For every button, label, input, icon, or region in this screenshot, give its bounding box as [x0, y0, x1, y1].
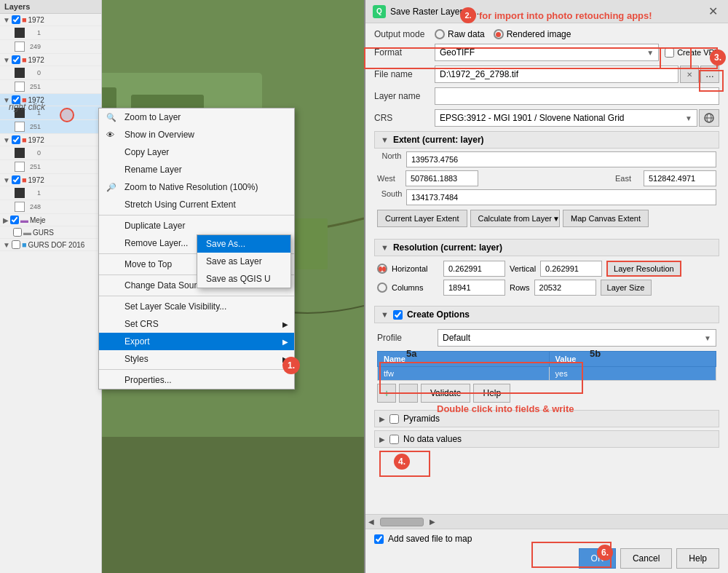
menu-item-set-crs[interactable]: Set CRS ▶ — [99, 315, 294, 333]
list-item[interactable]: 248 — [0, 200, 101, 214]
menu-item-show-overview[interactable]: 👁 Show in Overview — [99, 126, 294, 143]
expand-icon[interactable]: ▼ — [3, 16, 10, 24]
menu-item-zoom-to-layer[interactable]: 🔍 Zoom to Layer — [99, 108, 294, 126]
layer-checkbox[interactable] — [10, 216, 19, 224]
list-item[interactable]: 251 — [0, 80, 101, 94]
list-item[interactable]: 1 — [0, 186, 101, 200]
layer-checkbox[interactable] — [12, 240, 20, 249]
menu-item-export[interactable]: Export ▶ — [99, 333, 294, 350]
expand-icon[interactable]: ▼ — [3, 241, 10, 249]
step1-annotation: 1. — [282, 357, 300, 374]
menu-item-styles[interactable]: Styles ▶ — [99, 350, 294, 368]
layer-resolution-btn[interactable]: Layer Resolution — [606, 261, 681, 277]
layer-checkbox[interactable] — [12, 55, 20, 64]
profile-dropdown-arrow: ▼ — [704, 334, 711, 342]
add-option-btn[interactable]: + — [377, 384, 396, 403]
calculate-btn-container: Calculate from Layer ▼ — [470, 210, 561, 227]
submenu-item-save-as[interactable]: Save As... — [197, 235, 290, 253]
horiz-input[interactable] — [443, 261, 505, 277]
option-value-cell[interactable]: yes — [549, 367, 716, 381]
layer-checkbox[interactable] — [13, 228, 22, 237]
current-layer-extent-btn[interactable]: Current Layer Extent — [377, 210, 467, 227]
list-item[interactable]: 1 — [0, 26, 101, 40]
layer-checkbox[interactable] — [12, 135, 20, 144]
list-item[interactable]: ▼ ■ 1972 — [0, 54, 101, 66]
option-name-cell[interactable]: tfw — [378, 367, 550, 381]
menu-item-properties[interactable]: Properties... — [99, 371, 294, 389]
raw-data-radio-dot[interactable] — [435, 29, 445, 39]
list-item[interactable]: 0 — [0, 66, 101, 80]
resolution-toggle[interactable]: ▼ — [381, 243, 389, 252]
map-canvas-extent-btn[interactable]: Map Canvas Extent — [563, 210, 649, 227]
expand-icon[interactable]: ▼ — [3, 176, 10, 184]
raw-data-radio[interactable]: Raw data — [435, 29, 485, 39]
format-dropdown[interactable]: GeoTIFF ▼ — [435, 44, 659, 61]
pyramids-checkbox[interactable] — [389, 414, 399, 424]
validate-btn[interactable]: Validate — [421, 384, 470, 403]
output-mode-group: Raw data Rendered image — [435, 29, 571, 39]
rows-input[interactable] — [534, 280, 596, 296]
layer-checkbox[interactable] — [12, 175, 20, 184]
south-input[interactable] — [406, 189, 716, 205]
layer-num: 249 — [26, 43, 41, 50]
filename-clear-btn[interactable]: ✕ — [680, 66, 699, 83]
nodata-header[interactable]: ▶ No data values — [374, 430, 719, 448]
close-button[interactable]: ✕ — [705, 4, 721, 18]
layer-size-btn[interactable]: Layer Size — [601, 280, 652, 296]
expand-icon[interactable]: ▶ — [3, 216, 9, 224]
list-item[interactable]: ▼ ■ GURS DOF 2016 — [0, 239, 101, 251]
list-item[interactable]: 251 — [0, 120, 101, 134]
menu-item-stretch[interactable]: Stretch Using Current Extent — [99, 196, 294, 213]
layer-checkbox[interactable] — [12, 15, 20, 24]
filename-input[interactable] — [435, 66, 678, 83]
vert-input[interactable] — [540, 261, 602, 277]
scroll-thumb[interactable] — [380, 518, 424, 526]
layername-input[interactable] — [435, 87, 719, 105]
remove-option-btn[interactable]: − — [399, 384, 418, 403]
list-item[interactable]: ▬ GURS — [0, 226, 101, 239]
list-item[interactable]: 249 — [0, 40, 101, 54]
table-row[interactable]: tfw yes — [378, 367, 716, 381]
list-item[interactable]: 0 — [0, 146, 101, 160]
list-item[interactable]: ▼ ■ 1972 — [0, 14, 101, 26]
horiz-radio[interactable] — [377, 264, 387, 274]
expand-icon[interactable]: ▼ — [3, 56, 10, 64]
resolution-section-header: ▼ Resolution (current: layer) — [374, 239, 719, 256]
menu-item-zoom-native[interactable]: 🔎 Zoom to Native Resolution (100%) — [99, 178, 294, 196]
cancel-button[interactable]: Cancel — [620, 548, 672, 569]
horizontal-scrollbar[interactable]: ◀ ▶ — [365, 514, 728, 529]
create-vrt-checkbox[interactable] — [665, 48, 674, 58]
west-input[interactable] — [405, 170, 478, 186]
north-input[interactable] — [406, 151, 716, 167]
expand-icon[interactable]: ▼ — [3, 136, 10, 144]
create-options-toggle[interactable]: ▼ — [381, 310, 389, 319]
submenu-item-save-layer[interactable]: Save as Layer — [197, 253, 290, 270]
crs-select-btn[interactable] — [699, 109, 719, 127]
add-to-map-checkbox[interactable] — [374, 534, 384, 544]
list-item[interactable]: ▶ ▬ Meje — [0, 214, 101, 226]
nodata-checkbox[interactable] — [389, 435, 399, 444]
menu-item-copy-layer[interactable]: Copy Layer — [99, 143, 294, 161]
help-button[interactable]: Help — [676, 548, 719, 569]
help-options-btn[interactable]: Help — [473, 384, 510, 403]
extent-toggle[interactable]: ▼ — [381, 135, 389, 144]
menu-item-rename-layer[interactable]: Rename Layer — [99, 161, 294, 178]
create-options-checkbox[interactable] — [393, 310, 403, 320]
menu-item-duplicate[interactable]: Duplicate Layer — [99, 217, 294, 234]
calculate-from-layer-btn[interactable]: Calculate from Layer — [470, 210, 561, 227]
cols-input[interactable] — [443, 280, 505, 296]
crs-dropdown[interactable]: EPSG:3912 - MGI 1901 / Slovene National … — [435, 109, 697, 127]
east-input[interactable] — [644, 170, 716, 186]
scroll-left-arrow[interactable]: ◀ — [365, 518, 377, 526]
submenu-item-save-qgis[interactable]: Save as QGIS U — [197, 270, 290, 288]
profile-dropdown[interactable]: Default ▼ — [438, 329, 716, 347]
menu-item-scale-visibility[interactable]: Set Layer Scale Visibility... — [99, 298, 294, 315]
filename-browse-btn[interactable]: … — [700, 66, 719, 83]
list-item[interactable]: 251 — [0, 160, 101, 174]
scroll-right-arrow[interactable]: ▶ — [427, 518, 438, 526]
list-item[interactable]: ▼ ■ 1972 — [0, 134, 101, 146]
list-item[interactable]: ▼ ■ 1972 — [0, 174, 101, 186]
rendered-image-radio[interactable]: Rendered image — [494, 29, 571, 39]
cols-radio[interactable] — [377, 282, 387, 293]
rendered-image-radio-dot[interactable] — [494, 29, 504, 39]
